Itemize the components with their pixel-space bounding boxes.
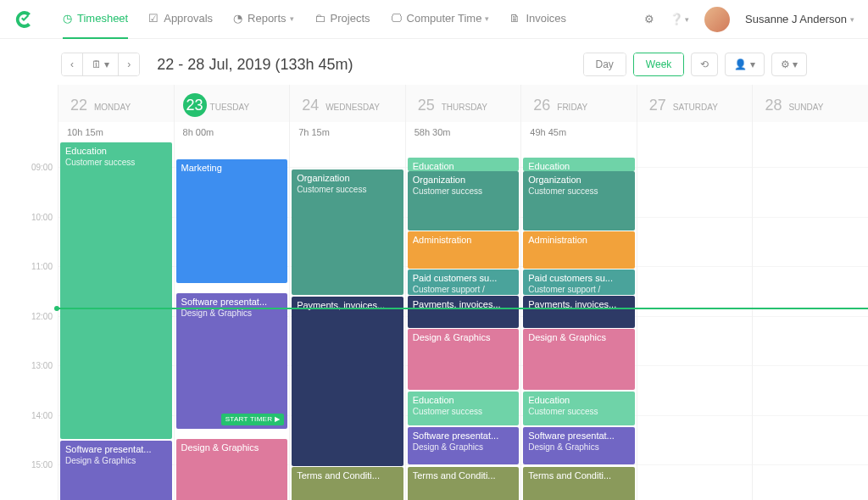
calendar-event[interactable]: Payments, invoices... xyxy=(523,296,635,328)
event-subtitle: Customer success xyxy=(413,186,515,197)
day-of-week: SUNDAY xyxy=(788,103,823,112)
day-of-week: TUESDAY xyxy=(210,103,250,112)
topbar-right: ⚙ ❔▾ Susanne J Anderson ▾ xyxy=(644,7,854,32)
day-header[interactable]: 22MONDAY xyxy=(58,85,174,122)
nav-projects-label: Projects xyxy=(331,12,370,25)
calendar-event[interactable]: Paid customers su...Customer support / xyxy=(523,269,635,295)
calendar-event[interactable]: Terms and Conditi... xyxy=(292,467,403,500)
day-headers: 22MONDAY23TUESDAY24WEDNESDAY25THURSDAY26… xyxy=(17,85,868,122)
nav-projects[interactable]: 🗀 Projects xyxy=(314,0,370,39)
clock-icon: ◷ xyxy=(63,12,72,25)
nav-invoices[interactable]: 🗎 Invoices xyxy=(509,0,566,39)
monitor-icon: 🖵 xyxy=(391,12,402,25)
calendar-event[interactable]: Terms and Conditi... xyxy=(408,467,520,500)
day-column[interactable]: EducationCustomer successSoftware presen… xyxy=(58,142,174,500)
calendar-event[interactable]: Software presentat...Design & Graphics xyxy=(523,427,635,464)
event-title: Design & Graphics xyxy=(528,332,630,344)
nav-computer-time[interactable]: 🖵 Computer Time ▾ xyxy=(391,0,490,39)
event-title: Organization xyxy=(528,175,630,186)
event-title: Software presentat... xyxy=(181,297,283,308)
calendar-event[interactable]: EducationCustomer success xyxy=(523,392,635,425)
event-title: Design & Graphics xyxy=(413,332,515,344)
day-total: 8h 00m xyxy=(174,122,290,142)
prev-button[interactable]: ‹ xyxy=(62,53,83,75)
toolbar: ‹ 🗓 ▾ › 22 - 28 Jul, 2019 (133h 45m) Day… xyxy=(0,39,868,85)
day-header[interactable]: 26FRIDAY xyxy=(520,85,637,122)
calendar-event[interactable]: Marketing xyxy=(176,159,288,283)
event-title: Design & Graphics xyxy=(181,442,283,454)
event-subtitle: Customer support / xyxy=(413,285,515,295)
day-header[interactable]: 27SATURDAY xyxy=(637,85,753,122)
chevron-down-icon: ▾ xyxy=(290,14,294,23)
day-column[interactable] xyxy=(637,142,753,500)
nav-reports[interactable]: ◔ Reports ▾ xyxy=(233,0,294,39)
help-icon[interactable]: ❔▾ xyxy=(670,13,689,25)
calendar-event[interactable]: Design & Graphics xyxy=(523,329,635,390)
app-logo[interactable] xyxy=(14,8,36,31)
calendar-event[interactable]: OrganizationCustomer success xyxy=(408,171,520,231)
user-filter-button[interactable]: 👤 ▾ xyxy=(725,53,764,76)
view-week-button[interactable]: Week xyxy=(634,53,683,75)
calendar-event[interactable]: Payments, invoices... xyxy=(292,297,403,466)
chevron-down-icon: ▾ xyxy=(685,15,689,24)
nav-timesheet[interactable]: ◷ Timesheet xyxy=(63,0,128,39)
calendar-event[interactable]: Education xyxy=(408,158,520,171)
nav-computer-time-label: Computer Time xyxy=(407,12,482,25)
settings-icon[interactable]: ⚙ xyxy=(644,13,654,25)
calendar-event[interactable]: OrganizationCustomer success xyxy=(292,169,403,295)
calendar-event[interactable]: Paid customers su...Customer support / xyxy=(408,269,520,295)
day-header[interactable]: 28SUNDAY xyxy=(752,85,868,122)
calendar-event[interactable]: Design & Graphics xyxy=(176,439,288,500)
day-column[interactable]: MarketingSoftware presentat...Design & G… xyxy=(174,142,290,500)
calendar-event[interactable]: Education xyxy=(523,158,635,171)
event-subtitle: Customer success xyxy=(413,407,515,418)
date-picker-button[interactable]: 🗓 ▾ xyxy=(83,53,119,75)
day-header[interactable]: 25THURSDAY xyxy=(405,85,521,122)
event-title: Administration xyxy=(413,235,515,247)
day-header[interactable]: 23TUESDAY xyxy=(174,85,290,122)
user-menu[interactable]: Susanne J Anderson ▾ xyxy=(745,13,854,25)
current-time-indicator xyxy=(58,308,868,309)
event-title: Education xyxy=(413,395,515,407)
main-nav: ◷ Timesheet ☑ Approvals ◔ Reports ▾ 🗀 Pr… xyxy=(63,0,644,39)
calendar-event[interactable]: EducationCustomer success xyxy=(408,392,520,425)
calendar-event[interactable]: OrganizationCustomer success xyxy=(523,171,635,231)
event-title: Terms and Conditi... xyxy=(297,470,398,482)
day-of-week: WEDNESDAY xyxy=(326,103,380,112)
day-number: 25 xyxy=(415,93,438,117)
calendar-event[interactable]: Software presentat...Design & GraphicsST… xyxy=(176,293,288,429)
view-day-button[interactable]: Day xyxy=(584,53,626,75)
event-title: Paid customers su... xyxy=(413,273,515,285)
calendar-event[interactable]: EducationCustomer success xyxy=(60,142,172,439)
event-title: Education xyxy=(528,395,630,407)
calendar-event[interactable]: Software presentat...Design & Graphics xyxy=(408,427,520,464)
event-title: Software presentat... xyxy=(65,444,167,456)
day-column[interactable]: OrganizationCustomer successPayments, in… xyxy=(289,142,405,500)
calendar-grid[interactable]: 09:0010:0011:0012:0013:0014:0015:00 Educ… xyxy=(17,142,868,500)
next-button[interactable]: › xyxy=(119,53,139,75)
nav-approvals[interactable]: ☑ Approvals xyxy=(148,0,213,39)
day-column[interactable] xyxy=(752,142,868,500)
calendar-event[interactable]: Software presentat...Design & Graphics xyxy=(60,441,172,500)
calendar-event[interactable]: Administration xyxy=(523,231,635,269)
avatar[interactable] xyxy=(704,7,730,32)
calendar-event[interactable]: Design & Graphics xyxy=(408,329,520,390)
chart-icon: ◔ xyxy=(233,12,242,25)
day-column[interactable]: EducationOrganizationCustomer successAdm… xyxy=(405,142,521,500)
start-timer-button[interactable]: START TIMER ▶ xyxy=(221,414,284,425)
refresh-button[interactable]: ⟲ xyxy=(691,53,718,76)
chevron-down-icon: ▾ xyxy=(485,14,489,23)
day-number: 26 xyxy=(530,93,554,117)
day-header[interactable]: 24WEDNESDAY xyxy=(289,85,405,122)
event-title: Terms and Conditi... xyxy=(528,470,630,482)
document-icon: 🗎 xyxy=(509,12,520,25)
day-number: 24 xyxy=(298,93,322,117)
calendar-event[interactable]: Administration xyxy=(408,231,520,269)
day-of-week: FRIDAY xyxy=(557,103,587,112)
settings-dropdown-button[interactable]: ⚙ ▾ xyxy=(771,53,807,76)
calendar-event[interactable]: Terms and Conditi... xyxy=(523,467,635,500)
time-label: 13:00 xyxy=(31,361,53,370)
day-column[interactable]: EducationOrganizationCustomer successAdm… xyxy=(520,142,637,500)
event-subtitle: Design & Graphics xyxy=(528,442,630,453)
calendar-event[interactable]: Payments, invoices... xyxy=(408,296,520,328)
